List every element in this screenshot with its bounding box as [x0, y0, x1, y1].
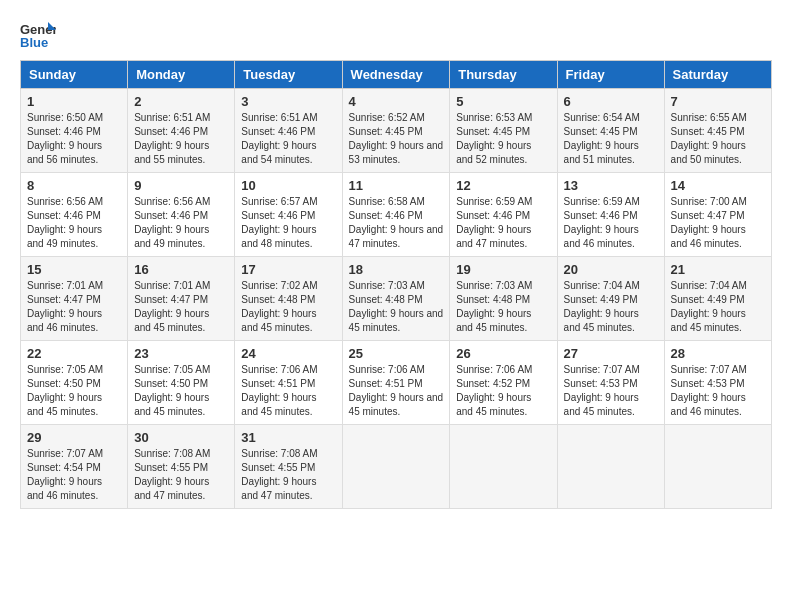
day-number: 16 [134, 262, 228, 277]
calendar-day-cell: 11Sunrise: 6:58 AMSunset: 4:46 PMDayligh… [342, 173, 450, 257]
day-number: 4 [349, 94, 444, 109]
calendar-week-row: 15Sunrise: 7:01 AMSunset: 4:47 PMDayligh… [21, 257, 772, 341]
day-info: Sunrise: 7:05 AMSunset: 4:50 PMDaylight:… [27, 363, 121, 419]
calendar-weekday-header: Friday [557, 61, 664, 89]
calendar-weekday-header: Thursday [450, 61, 557, 89]
calendar-day-cell [664, 425, 771, 509]
day-info: Sunrise: 7:03 AMSunset: 4:48 PMDaylight:… [456, 279, 550, 335]
day-number: 14 [671, 178, 765, 193]
logo-icon: General Blue [20, 20, 56, 50]
day-info: Sunrise: 7:01 AMSunset: 4:47 PMDaylight:… [27, 279, 121, 335]
logo: General Blue [20, 20, 60, 50]
day-info: Sunrise: 6:58 AMSunset: 4:46 PMDaylight:… [349, 195, 444, 251]
day-number: 22 [27, 346, 121, 361]
day-number: 31 [241, 430, 335, 445]
calendar-day-cell: 24Sunrise: 7:06 AMSunset: 4:51 PMDayligh… [235, 341, 342, 425]
day-number: 2 [134, 94, 228, 109]
calendar-week-row: 1Sunrise: 6:50 AMSunset: 4:46 PMDaylight… [21, 89, 772, 173]
calendar-weekday-header: Sunday [21, 61, 128, 89]
day-info: Sunrise: 7:04 AMSunset: 4:49 PMDaylight:… [564, 279, 658, 335]
calendar-day-cell [450, 425, 557, 509]
day-info: Sunrise: 6:54 AMSunset: 4:45 PMDaylight:… [564, 111, 658, 167]
calendar-table: SundayMondayTuesdayWednesdayThursdayFrid… [20, 60, 772, 509]
calendar-day-cell: 9Sunrise: 6:56 AMSunset: 4:46 PMDaylight… [128, 173, 235, 257]
calendar-day-cell: 26Sunrise: 7:06 AMSunset: 4:52 PMDayligh… [450, 341, 557, 425]
day-info: Sunrise: 7:04 AMSunset: 4:49 PMDaylight:… [671, 279, 765, 335]
calendar-weekday-header: Saturday [664, 61, 771, 89]
day-number: 13 [564, 178, 658, 193]
day-number: 18 [349, 262, 444, 277]
day-info: Sunrise: 6:59 AMSunset: 4:46 PMDaylight:… [564, 195, 658, 251]
calendar-day-cell [557, 425, 664, 509]
day-number: 20 [564, 262, 658, 277]
svg-text:Blue: Blue [20, 35, 48, 50]
day-number: 8 [27, 178, 121, 193]
day-number: 21 [671, 262, 765, 277]
day-number: 17 [241, 262, 335, 277]
day-info: Sunrise: 7:07 AMSunset: 4:53 PMDaylight:… [564, 363, 658, 419]
day-info: Sunrise: 7:02 AMSunset: 4:48 PMDaylight:… [241, 279, 335, 335]
calendar-day-cell: 12Sunrise: 6:59 AMSunset: 4:46 PMDayligh… [450, 173, 557, 257]
day-number: 1 [27, 94, 121, 109]
calendar-day-cell: 8Sunrise: 6:56 AMSunset: 4:46 PMDaylight… [21, 173, 128, 257]
day-number: 27 [564, 346, 658, 361]
calendar-day-cell: 2Sunrise: 6:51 AMSunset: 4:46 PMDaylight… [128, 89, 235, 173]
calendar-day-cell: 16Sunrise: 7:01 AMSunset: 4:47 PMDayligh… [128, 257, 235, 341]
calendar-day-cell: 5Sunrise: 6:53 AMSunset: 4:45 PMDaylight… [450, 89, 557, 173]
day-info: Sunrise: 7:07 AMSunset: 4:54 PMDaylight:… [27, 447, 121, 503]
day-number: 26 [456, 346, 550, 361]
calendar-day-cell: 31Sunrise: 7:08 AMSunset: 4:55 PMDayligh… [235, 425, 342, 509]
day-number: 30 [134, 430, 228, 445]
calendar-day-cell: 22Sunrise: 7:05 AMSunset: 4:50 PMDayligh… [21, 341, 128, 425]
day-number: 25 [349, 346, 444, 361]
day-info: Sunrise: 6:57 AMSunset: 4:46 PMDaylight:… [241, 195, 335, 251]
calendar-day-cell: 17Sunrise: 7:02 AMSunset: 4:48 PMDayligh… [235, 257, 342, 341]
calendar-day-cell: 23Sunrise: 7:05 AMSunset: 4:50 PMDayligh… [128, 341, 235, 425]
calendar-day-cell [342, 425, 450, 509]
day-info: Sunrise: 7:05 AMSunset: 4:50 PMDaylight:… [134, 363, 228, 419]
calendar-day-cell: 30Sunrise: 7:08 AMSunset: 4:55 PMDayligh… [128, 425, 235, 509]
calendar-day-cell: 28Sunrise: 7:07 AMSunset: 4:53 PMDayligh… [664, 341, 771, 425]
day-number: 24 [241, 346, 335, 361]
calendar-day-cell: 10Sunrise: 6:57 AMSunset: 4:46 PMDayligh… [235, 173, 342, 257]
day-number: 7 [671, 94, 765, 109]
day-info: Sunrise: 6:59 AMSunset: 4:46 PMDaylight:… [456, 195, 550, 251]
calendar-day-cell: 19Sunrise: 7:03 AMSunset: 4:48 PMDayligh… [450, 257, 557, 341]
day-info: Sunrise: 6:53 AMSunset: 4:45 PMDaylight:… [456, 111, 550, 167]
day-info: Sunrise: 7:00 AMSunset: 4:47 PMDaylight:… [671, 195, 765, 251]
day-number: 5 [456, 94, 550, 109]
day-info: Sunrise: 7:06 AMSunset: 4:52 PMDaylight:… [456, 363, 550, 419]
day-number: 6 [564, 94, 658, 109]
day-info: Sunrise: 6:56 AMSunset: 4:46 PMDaylight:… [134, 195, 228, 251]
day-number: 19 [456, 262, 550, 277]
calendar-day-cell: 15Sunrise: 7:01 AMSunset: 4:47 PMDayligh… [21, 257, 128, 341]
calendar-day-cell: 4Sunrise: 6:52 AMSunset: 4:45 PMDaylight… [342, 89, 450, 173]
day-info: Sunrise: 7:08 AMSunset: 4:55 PMDaylight:… [134, 447, 228, 503]
page-header: General Blue [20, 20, 772, 50]
day-info: Sunrise: 7:08 AMSunset: 4:55 PMDaylight:… [241, 447, 335, 503]
calendar-day-cell: 27Sunrise: 7:07 AMSunset: 4:53 PMDayligh… [557, 341, 664, 425]
day-info: Sunrise: 6:55 AMSunset: 4:45 PMDaylight:… [671, 111, 765, 167]
calendar-week-row: 22Sunrise: 7:05 AMSunset: 4:50 PMDayligh… [21, 341, 772, 425]
day-info: Sunrise: 7:01 AMSunset: 4:47 PMDaylight:… [134, 279, 228, 335]
calendar-day-cell: 1Sunrise: 6:50 AMSunset: 4:46 PMDaylight… [21, 89, 128, 173]
day-number: 15 [27, 262, 121, 277]
day-info: Sunrise: 6:50 AMSunset: 4:46 PMDaylight:… [27, 111, 121, 167]
day-number: 28 [671, 346, 765, 361]
calendar-day-cell: 13Sunrise: 6:59 AMSunset: 4:46 PMDayligh… [557, 173, 664, 257]
calendar-day-cell: 14Sunrise: 7:00 AMSunset: 4:47 PMDayligh… [664, 173, 771, 257]
calendar-day-cell: 25Sunrise: 7:06 AMSunset: 4:51 PMDayligh… [342, 341, 450, 425]
calendar-day-cell: 3Sunrise: 6:51 AMSunset: 4:46 PMDaylight… [235, 89, 342, 173]
calendar-day-cell: 7Sunrise: 6:55 AMSunset: 4:45 PMDaylight… [664, 89, 771, 173]
calendar-header-row: SundayMondayTuesdayWednesdayThursdayFrid… [21, 61, 772, 89]
day-info: Sunrise: 6:52 AMSunset: 4:45 PMDaylight:… [349, 111, 444, 167]
day-info: Sunrise: 7:06 AMSunset: 4:51 PMDaylight:… [241, 363, 335, 419]
day-number: 3 [241, 94, 335, 109]
calendar-weekday-header: Monday [128, 61, 235, 89]
calendar-body: 1Sunrise: 6:50 AMSunset: 4:46 PMDaylight… [21, 89, 772, 509]
day-number: 11 [349, 178, 444, 193]
calendar-day-cell: 21Sunrise: 7:04 AMSunset: 4:49 PMDayligh… [664, 257, 771, 341]
day-number: 12 [456, 178, 550, 193]
day-number: 29 [27, 430, 121, 445]
calendar-day-cell: 6Sunrise: 6:54 AMSunset: 4:45 PMDaylight… [557, 89, 664, 173]
